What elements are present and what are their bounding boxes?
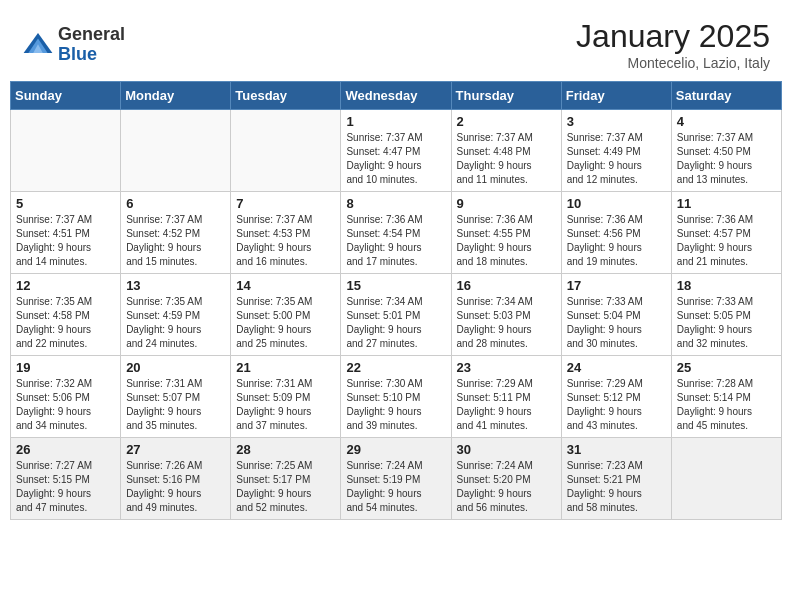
calendar-week-row: 1Sunrise: 7:37 AMSunset: 4:47 PMDaylight… — [11, 110, 782, 192]
day-number: 8 — [346, 196, 445, 211]
day-number: 23 — [457, 360, 556, 375]
day-number: 24 — [567, 360, 666, 375]
title-block: January 2025 Montecelio, Lazio, Italy — [576, 18, 770, 71]
day-of-week-header: Sunday — [11, 82, 121, 110]
day-info: Sunrise: 7:29 AMSunset: 5:11 PMDaylight:… — [457, 377, 556, 433]
calendar-week-row: 5Sunrise: 7:37 AMSunset: 4:51 PMDaylight… — [11, 192, 782, 274]
day-info: Sunrise: 7:31 AMSunset: 5:07 PMDaylight:… — [126, 377, 225, 433]
calendar-day-cell: 19Sunrise: 7:32 AMSunset: 5:06 PMDayligh… — [11, 356, 121, 438]
day-number: 6 — [126, 196, 225, 211]
calendar-day-cell: 29Sunrise: 7:24 AMSunset: 5:19 PMDayligh… — [341, 438, 451, 520]
calendar-day-cell: 24Sunrise: 7:29 AMSunset: 5:12 PMDayligh… — [561, 356, 671, 438]
day-number: 28 — [236, 442, 335, 457]
day-number: 30 — [457, 442, 556, 457]
day-number: 12 — [16, 278, 115, 293]
day-info: Sunrise: 7:37 AMSunset: 4:51 PMDaylight:… — [16, 213, 115, 269]
day-of-week-header: Wednesday — [341, 82, 451, 110]
day-number: 21 — [236, 360, 335, 375]
calendar-day-cell: 30Sunrise: 7:24 AMSunset: 5:20 PMDayligh… — [451, 438, 561, 520]
calendar-day-cell — [11, 110, 121, 192]
day-number: 19 — [16, 360, 115, 375]
day-info: Sunrise: 7:37 AMSunset: 4:47 PMDaylight:… — [346, 131, 445, 187]
calendar-day-cell: 6Sunrise: 7:37 AMSunset: 4:52 PMDaylight… — [121, 192, 231, 274]
location-subtitle: Montecelio, Lazio, Italy — [576, 55, 770, 71]
day-number: 17 — [567, 278, 666, 293]
calendar-day-cell: 4Sunrise: 7:37 AMSunset: 4:50 PMDaylight… — [671, 110, 781, 192]
day-info: Sunrise: 7:36 AMSunset: 4:56 PMDaylight:… — [567, 213, 666, 269]
day-number: 18 — [677, 278, 776, 293]
day-info: Sunrise: 7:33 AMSunset: 5:05 PMDaylight:… — [677, 295, 776, 351]
day-of-week-header: Thursday — [451, 82, 561, 110]
day-info: Sunrise: 7:37 AMSunset: 4:52 PMDaylight:… — [126, 213, 225, 269]
logo-icon — [22, 29, 54, 61]
day-info: Sunrise: 7:33 AMSunset: 5:04 PMDaylight:… — [567, 295, 666, 351]
calendar-day-cell: 25Sunrise: 7:28 AMSunset: 5:14 PMDayligh… — [671, 356, 781, 438]
calendar-day-cell — [671, 438, 781, 520]
day-number: 3 — [567, 114, 666, 129]
day-number: 25 — [677, 360, 776, 375]
day-info: Sunrise: 7:24 AMSunset: 5:20 PMDaylight:… — [457, 459, 556, 515]
day-info: Sunrise: 7:30 AMSunset: 5:10 PMDaylight:… — [346, 377, 445, 433]
calendar-day-cell — [231, 110, 341, 192]
day-info: Sunrise: 7:36 AMSunset: 4:55 PMDaylight:… — [457, 213, 556, 269]
calendar-week-row: 19Sunrise: 7:32 AMSunset: 5:06 PMDayligh… — [11, 356, 782, 438]
day-number: 9 — [457, 196, 556, 211]
day-number: 11 — [677, 196, 776, 211]
day-number: 4 — [677, 114, 776, 129]
month-title: January 2025 — [576, 18, 770, 55]
day-number: 16 — [457, 278, 556, 293]
day-info: Sunrise: 7:28 AMSunset: 5:14 PMDaylight:… — [677, 377, 776, 433]
day-info: Sunrise: 7:35 AMSunset: 4:59 PMDaylight:… — [126, 295, 225, 351]
day-number: 14 — [236, 278, 335, 293]
calendar-day-cell: 22Sunrise: 7:30 AMSunset: 5:10 PMDayligh… — [341, 356, 451, 438]
day-info: Sunrise: 7:27 AMSunset: 5:15 PMDaylight:… — [16, 459, 115, 515]
day-number: 13 — [126, 278, 225, 293]
day-number: 7 — [236, 196, 335, 211]
calendar-day-cell: 18Sunrise: 7:33 AMSunset: 5:05 PMDayligh… — [671, 274, 781, 356]
day-info: Sunrise: 7:36 AMSunset: 4:54 PMDaylight:… — [346, 213, 445, 269]
day-of-week-header: Tuesday — [231, 82, 341, 110]
calendar-day-cell: 9Sunrise: 7:36 AMSunset: 4:55 PMDaylight… — [451, 192, 561, 274]
calendar-day-cell: 20Sunrise: 7:31 AMSunset: 5:07 PMDayligh… — [121, 356, 231, 438]
calendar-day-cell: 12Sunrise: 7:35 AMSunset: 4:58 PMDayligh… — [11, 274, 121, 356]
calendar-day-cell: 26Sunrise: 7:27 AMSunset: 5:15 PMDayligh… — [11, 438, 121, 520]
calendar-day-cell: 13Sunrise: 7:35 AMSunset: 4:59 PMDayligh… — [121, 274, 231, 356]
day-info: Sunrise: 7:35 AMSunset: 4:58 PMDaylight:… — [16, 295, 115, 351]
page-header: General Blue January 2025 Montecelio, La… — [10, 10, 782, 75]
day-info: Sunrise: 7:32 AMSunset: 5:06 PMDaylight:… — [16, 377, 115, 433]
calendar-day-cell: 15Sunrise: 7:34 AMSunset: 5:01 PMDayligh… — [341, 274, 451, 356]
day-info: Sunrise: 7:36 AMSunset: 4:57 PMDaylight:… — [677, 213, 776, 269]
day-info: Sunrise: 7:29 AMSunset: 5:12 PMDaylight:… — [567, 377, 666, 433]
calendar-day-cell: 8Sunrise: 7:36 AMSunset: 4:54 PMDaylight… — [341, 192, 451, 274]
calendar-day-cell: 11Sunrise: 7:36 AMSunset: 4:57 PMDayligh… — [671, 192, 781, 274]
calendar-day-cell: 1Sunrise: 7:37 AMSunset: 4:47 PMDaylight… — [341, 110, 451, 192]
calendar-day-cell: 31Sunrise: 7:23 AMSunset: 5:21 PMDayligh… — [561, 438, 671, 520]
logo-general-text: General — [58, 24, 125, 44]
day-number: 22 — [346, 360, 445, 375]
day-number: 20 — [126, 360, 225, 375]
day-of-week-header: Saturday — [671, 82, 781, 110]
day-info: Sunrise: 7:26 AMSunset: 5:16 PMDaylight:… — [126, 459, 225, 515]
day-number: 27 — [126, 442, 225, 457]
day-info: Sunrise: 7:37 AMSunset: 4:53 PMDaylight:… — [236, 213, 335, 269]
calendar-day-cell — [121, 110, 231, 192]
calendar-day-cell: 3Sunrise: 7:37 AMSunset: 4:49 PMDaylight… — [561, 110, 671, 192]
calendar-day-cell: 27Sunrise: 7:26 AMSunset: 5:16 PMDayligh… — [121, 438, 231, 520]
day-info: Sunrise: 7:35 AMSunset: 5:00 PMDaylight:… — [236, 295, 335, 351]
day-info: Sunrise: 7:37 AMSunset: 4:49 PMDaylight:… — [567, 131, 666, 187]
logo-blue-text: Blue — [58, 44, 97, 64]
day-info: Sunrise: 7:31 AMSunset: 5:09 PMDaylight:… — [236, 377, 335, 433]
day-info: Sunrise: 7:37 AMSunset: 4:50 PMDaylight:… — [677, 131, 776, 187]
calendar-day-cell: 14Sunrise: 7:35 AMSunset: 5:00 PMDayligh… — [231, 274, 341, 356]
day-number: 29 — [346, 442, 445, 457]
day-info: Sunrise: 7:34 AMSunset: 5:01 PMDaylight:… — [346, 295, 445, 351]
calendar-week-row: 26Sunrise: 7:27 AMSunset: 5:15 PMDayligh… — [11, 438, 782, 520]
day-number: 15 — [346, 278, 445, 293]
calendar-day-cell: 7Sunrise: 7:37 AMSunset: 4:53 PMDaylight… — [231, 192, 341, 274]
calendar-day-cell: 10Sunrise: 7:36 AMSunset: 4:56 PMDayligh… — [561, 192, 671, 274]
calendar-day-cell: 28Sunrise: 7:25 AMSunset: 5:17 PMDayligh… — [231, 438, 341, 520]
calendar-table: SundayMondayTuesdayWednesdayThursdayFrid… — [10, 81, 782, 520]
day-number: 31 — [567, 442, 666, 457]
day-info: Sunrise: 7:34 AMSunset: 5:03 PMDaylight:… — [457, 295, 556, 351]
day-number: 1 — [346, 114, 445, 129]
